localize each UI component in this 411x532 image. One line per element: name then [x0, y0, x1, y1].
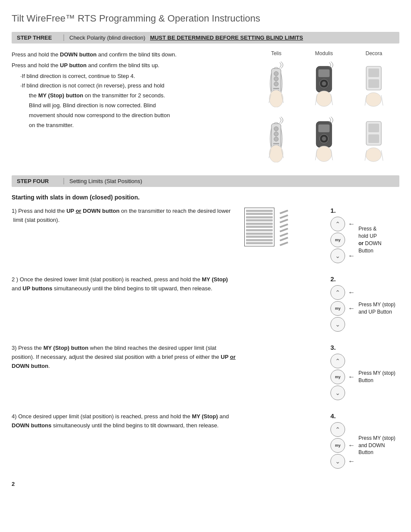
step3-label: STEP THREE	[17, 34, 64, 41]
step3-remote-row-labels: Telis	[253, 50, 399, 107]
telis-col-b	[265, 115, 288, 162]
step4-item-3: 3) Press the MY (Stop) button when the b…	[12, 344, 399, 400]
svg-point-14	[316, 91, 332, 106]
step4-item3-num: 3)	[12, 345, 17, 351]
step4-item2-remote: 2. ⌃ ← my ← ⌄ Press MY (stop)and UP But	[330, 275, 399, 332]
down-button-3: ⌄	[330, 386, 345, 400]
step4-item1-text: 1) Press and hold the UP or DOWN button …	[12, 207, 236, 225]
step4-item4-text: 4) Once desired upper limit (slat positi…	[12, 412, 236, 430]
telis-label: Telis	[271, 50, 281, 56]
title-text: Tilt WireFree™ RTS Programming & Operati…	[12, 13, 260, 24]
modulis-remote-svg-b	[311, 115, 337, 162]
step4-item3-stepnum: 3.	[330, 344, 399, 351]
my-button-4: my	[330, 438, 345, 453]
step4-item-2: 2 ) Once the desired lower limit (slat p…	[12, 275, 399, 332]
blind-tilted	[280, 208, 288, 247]
step4-item2-desc: Press MY (stop)and UP Button	[358, 301, 395, 316]
svg-point-13	[322, 81, 326, 86]
step4-label: STEP FOUR	[17, 178, 64, 184]
step4-item2-buttons: ⌃ ← my ← ⌄	[330, 285, 355, 332]
step4-item-1: 1) Press and hold the UP or DOWN button …	[12, 207, 399, 263]
step3-images: Telis	[253, 50, 399, 162]
my-button-2: my	[330, 301, 345, 316]
decora-label: Decora	[365, 50, 382, 56]
svg-rect-34	[318, 124, 330, 132]
step4-item4-buttons: ⌃ my ← ⌄ ←	[330, 422, 355, 469]
step4-item1-num: 1)	[12, 208, 17, 214]
decora-col-b	[360, 115, 388, 162]
arrow-up-2: ←	[348, 289, 355, 296]
up-button-3: ⌃	[330, 354, 345, 368]
step4-item2-text: 2 ) Once the desired lower limit (slat p…	[12, 275, 236, 293]
step3-remote-row-bottom	[253, 115, 399, 162]
down-button-1: ⌄	[330, 249, 345, 263]
svg-point-20	[366, 93, 381, 106]
svg-rect-28	[273, 143, 279, 144]
step4-item3-remote: 3. ⌃ my ← ⌄ Press MY (stop)Button	[330, 344, 399, 400]
step3-title-text: Check Polarity (blind direction)	[69, 34, 145, 41]
step4-item4-num: 4)	[12, 413, 17, 420]
telis-remote-svg-b	[265, 115, 288, 162]
arrow-my-4: ←	[348, 442, 355, 449]
step4-item1-remote: 1. ⌃ ← my ⌄ ← Press &hold UPor DOWNButt	[330, 207, 399, 263]
modulis-col-b	[311, 115, 337, 162]
step3-text-block: Press and hold the DOWN button and confi…	[12, 50, 244, 162]
decora-remote-svg	[360, 60, 388, 107]
my-button-3: my	[330, 370, 345, 384]
svg-point-36	[322, 137, 326, 141]
main-title: Tilt WireFree™ RTS Programming & Operati…	[12, 9, 399, 24]
svg-point-30	[269, 145, 283, 162]
step4-item2-stepnum: 2.	[330, 275, 399, 283]
arrow-my-3: ←	[348, 373, 355, 381]
svg-point-27	[274, 137, 278, 141]
step4-subtitle: Starting with slats in down (closed) pos…	[12, 194, 399, 201]
telis-remote-svg	[265, 60, 288, 107]
arrow-down-4: ←	[348, 457, 355, 465]
arrow-my-2: ←	[348, 305, 355, 312]
step3-title-underline: MUST BE DETERMINED BEFORE SETTING BLIND …	[150, 34, 303, 41]
step4-item1-stepnum: 1.	[330, 207, 399, 214]
up-button-1: ⌃	[330, 217, 345, 231]
step4-item1-blind	[244, 207, 322, 247]
svg-point-3	[274, 77, 278, 81]
svg-rect-19	[368, 79, 379, 88]
page-number: 2	[12, 481, 399, 487]
arrow-down-1: ←	[348, 252, 355, 260]
decora-remote-svg-b	[360, 115, 388, 162]
telis-col: Telis	[265, 50, 288, 107]
step4-item3-text: 3) Press the MY (Stop) button when the b…	[12, 344, 236, 370]
step4-item1-desc: Press &hold UPor DOWNButton	[358, 225, 381, 254]
step4-item-4: 4) Once desired upper limit (slat positi…	[12, 412, 399, 469]
svg-point-7	[269, 90, 283, 107]
svg-point-25	[274, 127, 278, 131]
svg-line-45	[381, 150, 383, 161]
page-container: Tilt WireFree™ RTS Programming & Operati…	[7, 0, 404, 500]
svg-rect-42	[368, 134, 379, 143]
svg-point-43	[366, 148, 381, 162]
step3-bar: STEP THREE Check Polarity (blind directi…	[12, 32, 399, 44]
step4-item3-buttons: ⌃ my ← ⌄	[330, 354, 355, 400]
up-button-4: ⌃	[330, 422, 345, 437]
down-button-2: ⌄	[330, 317, 345, 332]
svg-point-37	[316, 146, 332, 162]
blind-flat	[244, 208, 274, 246]
modulis-remote-svg	[311, 60, 337, 107]
step4-item2-num: 2 )	[12, 276, 18, 283]
step4-section: Starting with slats in down (closed) pos…	[12, 194, 399, 469]
step3-title: Check Polarity (blind direction) MUST BE…	[69, 34, 303, 41]
svg-rect-11	[318, 69, 330, 77]
down-button-4: ⌄	[330, 454, 345, 469]
step4-title: Setting Limits (Slat Positions)	[69, 178, 142, 184]
step4-item4-remote: 4. ⌃ my ← ⌄ ← Press MY (stop)and DOWN B	[330, 412, 399, 469]
svg-point-26	[274, 132, 278, 136]
svg-point-4	[274, 82, 278, 86]
step4-item3-desc: Press MY (stop)Button	[358, 370, 395, 384]
svg-rect-18	[368, 68, 379, 77]
up-button-2: ⌃	[330, 285, 345, 300]
modulis-col: Modulis	[311, 50, 337, 107]
step4-bar: STEP FOUR Setting Limits (Slat Positions…	[12, 175, 399, 187]
svg-line-22	[381, 95, 383, 106]
modulis-label: Modulis	[315, 50, 333, 56]
svg-rect-41	[368, 124, 379, 132]
step3-content: Press and hold the DOWN button and confi…	[12, 50, 399, 162]
